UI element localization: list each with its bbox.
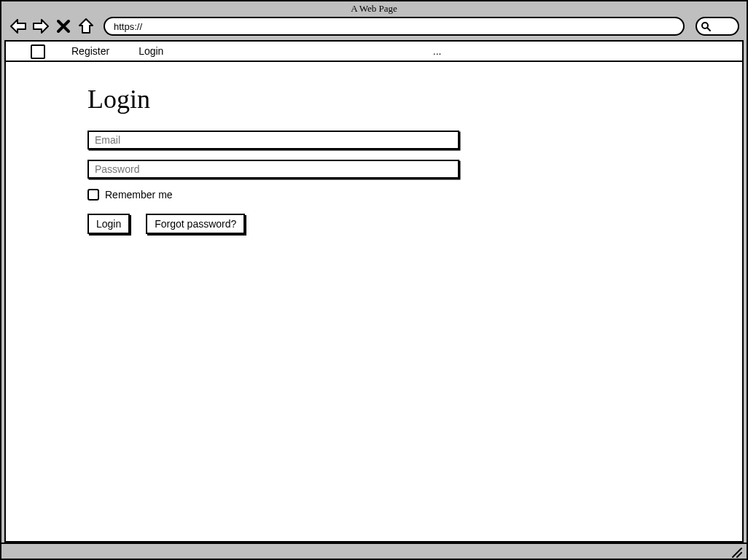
- login-button[interactable]: Login: [87, 214, 130, 234]
- button-row: Login Forgot password?: [87, 214, 742, 234]
- svg-line-1: [707, 28, 710, 31]
- svg-line-3: [737, 553, 741, 557]
- back-arrow-icon[interactable]: [9, 17, 28, 36]
- home-icon[interactable]: [77, 17, 96, 36]
- resize-grip-icon[interactable]: [731, 546, 742, 558]
- url-bar[interactable]: https://: [104, 17, 685, 36]
- stop-x-icon[interactable]: [54, 17, 73, 36]
- status-bar: [1, 542, 747, 559]
- url-text: https://: [114, 21, 142, 32]
- email-field-wrapper[interactable]: [87, 131, 459, 149]
- svg-line-2: [733, 548, 741, 557]
- nav-overflow[interactable]: ...: [433, 45, 442, 57]
- top-nav: Register Login ...: [6, 42, 742, 62]
- password-field-wrapper[interactable]: [87, 160, 459, 179]
- logo-placeholder[interactable]: [31, 44, 45, 59]
- nav-login[interactable]: Login: [139, 45, 163, 57]
- remember-checkbox[interactable]: [87, 189, 99, 201]
- nav-register[interactable]: Register: [71, 45, 109, 57]
- remember-label: Remember me: [105, 189, 173, 201]
- browser-toolbar: https://: [1, 15, 747, 40]
- magnifier-icon: [700, 20, 712, 32]
- email-field[interactable]: [93, 133, 453, 147]
- search-button[interactable]: [696, 17, 739, 36]
- login-form-area: Login Remember me Login Forgot password?: [6, 62, 742, 541]
- remember-row: Remember me: [87, 189, 742, 201]
- page-title: Login: [87, 84, 742, 114]
- browser-window: A Web Page https:// Register Login: [0, 0, 748, 560]
- forward-arrow-icon[interactable]: [31, 17, 50, 36]
- forgot-password-button[interactable]: Forgot password?: [146, 214, 245, 234]
- window-title: A Web Page: [1, 1, 747, 15]
- password-field[interactable]: [93, 163, 453, 176]
- page-viewport: Register Login ... Login Remember me Log…: [4, 40, 744, 542]
